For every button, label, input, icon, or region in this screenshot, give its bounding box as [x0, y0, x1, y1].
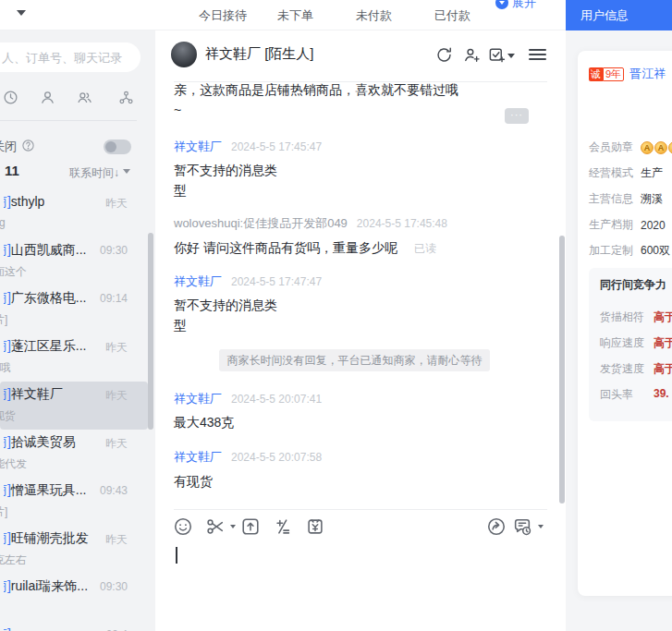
contact-name: [商]旺铺潮壳批发	[4, 530, 89, 547]
forward-share-icon[interactable]	[486, 516, 507, 537]
red-packet-icon[interactable]	[305, 516, 325, 537]
contact-row[interactable]: [商]旺铺潮壳批发 昨天 克左右	[0, 526, 148, 574]
contact-row[interactable]: [商]ruilai瑞来饰... 09:30	[0, 574, 148, 622]
info-value: 溯溪	[641, 191, 663, 207]
add-contact-icon[interactable]	[463, 46, 481, 64]
sender-name[interactable]: woloveshuqi:促佳搜品开发部049	[174, 216, 348, 230]
contact-name: [商]拾诚美贸易	[4, 434, 76, 451]
info-row: 主营信息 溯溪	[589, 191, 663, 207]
info-label: 经营模式	[589, 165, 641, 181]
chat-avatar[interactable]	[171, 42, 197, 67]
task-dropdown-caret-icon[interactable]	[507, 54, 515, 62]
quick-reply-caret-icon[interactable]	[538, 525, 544, 531]
read-status: 已读	[414, 242, 436, 255]
competition-label: 回头率	[600, 387, 654, 403]
contact-row[interactable]: [商]憎逼果玩具... 09:43 片]	[0, 478, 148, 526]
contact-time: 昨天	[105, 340, 128, 356]
expand-label: 展开	[512, 0, 536, 11]
conversation-sidebar: 关闭 11 联系时间↓ [商]sthylp 昨天 kg [商]山西凯威商... …	[0, 30, 155, 631]
merchant-tag: [商]	[4, 338, 11, 353]
scissors-dropdown-caret-icon[interactable]	[230, 525, 236, 531]
message-input[interactable]	[155, 540, 566, 631]
contact-row[interactable]: [商]蓬江区星乐... 昨天 8哦	[0, 334, 148, 382]
sidebar-scrollbar[interactable]	[148, 233, 153, 430]
info-value: 600双	[641, 243, 670, 259]
qianniu-chat-window: 今日接待 未下单 未付款 已付款 展开 关闭 11 联	[0, 0, 672, 631]
tab-paid[interactable]: 已付款	[434, 0, 470, 30]
contact-row-selected[interactable]: [商]祥文鞋厂 昨天 现货	[0, 382, 148, 430]
contact-time: 09:30	[100, 244, 128, 257]
competition-label: 发货速度	[600, 361, 654, 377]
message-body: 最大438克	[174, 412, 234, 432]
screenshot-scissors-icon[interactable]	[205, 516, 226, 537]
expand-button[interactable]: 展开	[495, 0, 536, 13]
member-medal-icon: A	[641, 141, 654, 154]
help-question-icon[interactable]	[21, 139, 35, 152]
years-badge: 9年	[603, 67, 624, 81]
add-task-icon[interactable]	[488, 46, 506, 64]
shop-badge-row: 诚 9年 晋江祥	[589, 66, 666, 82]
menu-icon[interactable]	[529, 49, 546, 61]
info-label: 主营信息	[589, 191, 641, 207]
contact-row[interactable]: [商]广东微格电... 09:14 片]	[0, 285, 148, 334]
user-info-header[interactable]: 用户信息	[566, 0, 672, 30]
chat-scrollbar[interactable]	[559, 236, 565, 504]
info-row-medals: 会员勋章 A A A	[589, 140, 672, 155]
tab-no-order[interactable]: 未下单	[277, 0, 313, 30]
competition-row: 回头率 39.	[600, 387, 669, 403]
message-body: 你好 请问这件商品有货吗，重量多少呢已读	[174, 237, 436, 259]
info-row: 经营模式 生产	[589, 165, 663, 181]
contact-preview: 能代发	[0, 456, 27, 472]
contact-time: 昨天	[105, 532, 128, 548]
contact-time: 09:43	[100, 484, 128, 497]
competition-title: 同行间竞争力	[600, 277, 666, 293]
member-medal-icon: A	[654, 141, 667, 154]
competition-row: 货描相符 高于	[600, 309, 672, 325]
message-header: 祥文鞋厂2024-5-5 20:07:41	[174, 391, 322, 407]
message-time: 2024-5-5 17:47:47	[231, 275, 322, 288]
contact-row[interactable]: [商]山西凯威商... 09:30 面这个	[0, 237, 148, 285]
top-bar: 今日接待 未下单 未付款 已付款 展开	[0, 0, 566, 30]
contact-name: [商]sthylp	[4, 194, 44, 211]
contact-preview: 面这个	[0, 264, 27, 280]
contact-time: 09:14	[100, 292, 128, 305]
quick-reply-history-icon[interactable]	[512, 516, 532, 537]
competition-row: 发货速度 高于	[600, 361, 672, 377]
contacts-icon[interactable]	[40, 90, 55, 105]
sort-by-contact-time[interactable]: 联系时间↓	[69, 165, 130, 181]
filter-toggle[interactable]	[104, 140, 131, 154]
shop-name-link[interactable]: 晋江祥	[629, 66, 666, 82]
tab-today-reception[interactable]: 今日接待	[199, 0, 247, 30]
info-row: 加工定制 600双	[589, 243, 670, 259]
shop-card: 诚 9年 晋江祥 会员勋章 A A A 经营模式 生产 主营信息 溯溪 生产档期…	[578, 51, 672, 596]
recent-history-icon[interactable]	[3, 90, 18, 105]
groups-icon[interactable]	[77, 90, 92, 105]
sender-name[interactable]: 祥文鞋厂	[174, 450, 222, 464]
text-cursor	[176, 547, 177, 564]
price-adjust-icon[interactable]	[273, 516, 293, 537]
contact-row-partial[interactable]: [商] 09:4	[0, 622, 148, 631]
sender-name[interactable]: 祥文鞋厂	[174, 392, 222, 406]
emoji-icon[interactable]	[173, 516, 193, 537]
contact-row[interactable]: [商]sthylp 昨天 kg	[0, 189, 148, 237]
user-info-panel: 诚 9年 晋江祥 会员勋章 A A A 经营模式 生产 主营信息 溯溪 生产档期…	[566, 30, 672, 631]
workspace-dropdown-caret-icon[interactable]	[17, 10, 26, 20]
contact-row[interactable]: [商]拾诚美贸易 昨天 能代发	[0, 430, 148, 478]
chat-panel: 祥文鞋厂 [陌生人] 亲，这款商品是店铺热销商品，喜欢就不要错过哦 ~ ··· …	[155, 30, 566, 631]
message-more-button[interactable]: ···	[505, 108, 529, 124]
info-label: 加工定制	[589, 243, 641, 259]
message-time: 2024-5-5 17:45:48	[357, 217, 447, 230]
tab-unpaid[interactable]: 未付款	[356, 0, 392, 30]
competition-row: 响应速度 高于	[600, 335, 672, 351]
sender-name[interactable]: 祥文鞋厂	[174, 274, 222, 288]
contact-time: 昨天	[105, 388, 128, 404]
search-input[interactable]	[2, 42, 131, 72]
refresh-icon[interactable]	[435, 46, 453, 64]
integrity-badge-icon: 诚	[589, 67, 603, 81]
upload-file-icon[interactable]	[240, 516, 261, 537]
org-structure-icon[interactable]	[118, 90, 134, 105]
sender-name[interactable]: 祥文鞋厂	[174, 140, 222, 153]
search-box[interactable]	[0, 42, 141, 72]
competition-value: 高于	[654, 335, 672, 351]
message-body: 暂不支持的消息类 型	[174, 295, 277, 335]
